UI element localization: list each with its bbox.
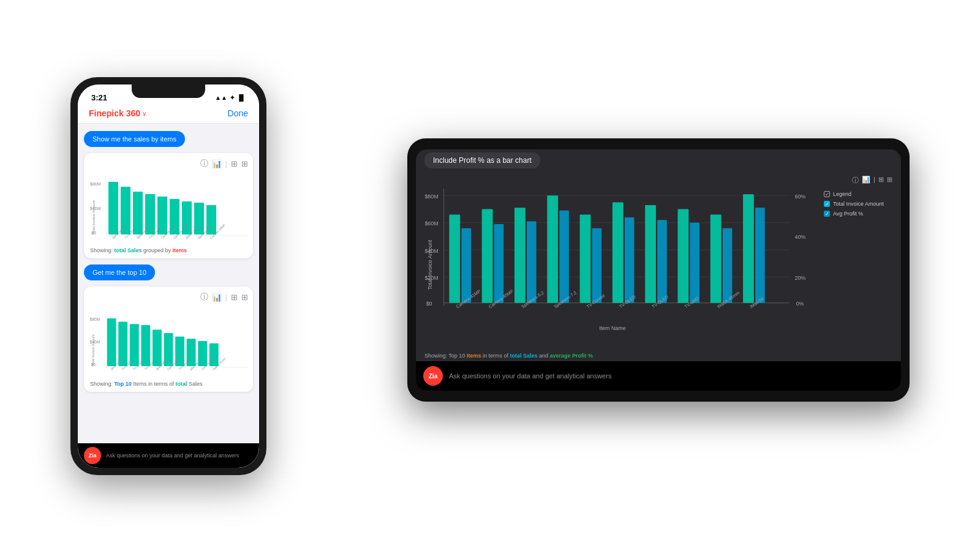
chevron-down-icon: ∨ xyxy=(142,110,146,117)
svg-rect-78 xyxy=(625,217,635,303)
svg-text:20%: 20% xyxy=(794,275,805,281)
table-icon-2[interactable]: ⊞ xyxy=(231,293,238,302)
svg-rect-84 xyxy=(723,228,733,303)
landscape-showing: Showing: Top 10 Items in terms of total … xyxy=(416,350,901,361)
landscape-notch xyxy=(407,246,416,294)
query-bubble-1[interactable]: Show me the sales by items xyxy=(84,131,185,147)
svg-rect-79 xyxy=(645,205,656,303)
svg-rect-71 xyxy=(514,208,526,302)
svg-rect-4 xyxy=(108,182,118,234)
svg-rect-70 xyxy=(494,224,504,303)
query-bubble-2[interactable]: Get me the top 10 xyxy=(84,264,155,280)
svg-rect-77 xyxy=(612,202,624,302)
landscape-chart-area: $80M $60M $40M $20M $0 60% 40% 20% 0% xyxy=(416,171,901,350)
table-icon[interactable]: ⊞ xyxy=(231,159,238,168)
svg-text:$60M: $60M xyxy=(424,220,438,227)
svg-rect-80 xyxy=(657,220,667,302)
svg-rect-73 xyxy=(547,195,558,302)
chat-area: Show me the sales by items ⓘ 📊 | ⊞ ⊞ $80… xyxy=(78,124,259,443)
svg-rect-76 xyxy=(592,228,602,303)
app-header: Finepick 360 ∨ Done xyxy=(78,105,259,124)
chart-card-2: ⓘ 📊 | ⊞ ⊞ $80M $40M $0 xyxy=(84,287,253,392)
chart-type-icon[interactable]: 📊 xyxy=(212,159,222,168)
svg-text:$0: $0 xyxy=(426,301,432,307)
svg-rect-68 xyxy=(461,228,471,303)
legend-title-label: Legend xyxy=(833,191,851,197)
landscape-chart-legend: ⓘ 📊 | ⊞ ⊞ ✓ Legend ✓ Total Invoice Amoun… xyxy=(821,171,895,345)
legend-blue-check: ✓ xyxy=(824,211,830,217)
svg-rect-67 xyxy=(449,214,460,302)
table-icon-land[interactable]: ⊞ xyxy=(878,176,884,185)
svg-rect-86 xyxy=(755,208,765,302)
mini-chart-2: $80M $40M $0 xyxy=(89,305,248,378)
status-time: 3:21 xyxy=(91,93,107,102)
svg-text:Total Invoice Amount: Total Invoice Amount xyxy=(427,239,433,290)
chart-toolbar-2: ⓘ 📊 | ⊞ ⊞ xyxy=(89,291,248,302)
app-name-group[interactable]: Finepick 360 ∨ xyxy=(89,108,146,118)
svg-rect-30 xyxy=(130,324,139,366)
legend-item-teal: ✓ Total Invoice Amount xyxy=(824,201,892,207)
svg-text:Item Name: Item Name xyxy=(599,325,625,331)
svg-rect-82 xyxy=(690,223,699,303)
wifi-icon: ✦ xyxy=(230,94,235,101)
chart-showing-2: Showing: Top 10 Items in terms of total … xyxy=(89,381,248,387)
landscape-query-bubble: Include Profit % as a bar chart xyxy=(424,152,540,168)
input-hint: Ask questions on your data and get analy… xyxy=(106,452,253,459)
legend-toolbar: ⓘ 📊 | ⊞ ⊞ xyxy=(824,176,892,185)
legend-blue-label: Avg Profit % xyxy=(833,211,863,217)
svg-rect-85 xyxy=(743,194,754,303)
status-icons: ▲▲ ✦ ▐▌ xyxy=(215,94,246,101)
svg-rect-69 xyxy=(482,209,493,303)
signal-icon: ▲▲ xyxy=(215,94,227,101)
legend-item-blue: ✓ Avg Profit % xyxy=(824,211,892,217)
info-icon-2[interactable]: ⓘ xyxy=(200,291,208,302)
landscape-screen: Include Profit % as a bar chart $80M $60… xyxy=(416,149,901,391)
svg-rect-72 xyxy=(527,222,537,303)
svg-text:$80M: $80M xyxy=(90,317,100,321)
portrait-phone: 3:21 ▲▲ ✦ ▐▌ Finepick 360 ∨ Done Show me… xyxy=(70,77,266,475)
svg-rect-36 xyxy=(198,341,207,366)
grid-icon[interactable]: ⊞ xyxy=(241,159,248,168)
done-button[interactable]: Done xyxy=(228,108,248,118)
landscape-phone: Include Profit % as a bar chart $80M $60… xyxy=(407,138,910,402)
chart-showing-1: Showing: total Sales grouped by Items xyxy=(89,247,248,253)
svg-rect-6 xyxy=(133,192,143,234)
svg-text:$80M: $80M xyxy=(424,193,438,200)
mini-chart-1: $80M $40M $0 xyxy=(89,171,248,245)
info-icon-land[interactable]: ⓘ xyxy=(852,176,859,185)
legend-teal-check: ✓ xyxy=(824,201,830,207)
svg-text:40%: 40% xyxy=(794,234,805,240)
phone-bottom-bar: Zia Ask questions on your data and get a… xyxy=(78,443,259,468)
grid-icon-land[interactable]: ⊞ xyxy=(887,176,892,185)
info-icon[interactable]: ⓘ xyxy=(200,158,208,169)
svg-rect-28 xyxy=(107,318,116,366)
landscape-bottom-bar: Zia Ask questions on your data and get a… xyxy=(416,361,901,391)
zia-button[interactable]: Zia xyxy=(84,447,101,464)
landscape-chart-main: $80M $60M $40M $20M $0 60% 40% 20% 0% xyxy=(422,171,816,345)
svg-text:Total Invoice Amount: Total Invoice Amount xyxy=(92,200,96,234)
chart-icon-land[interactable]: 📊 xyxy=(862,176,870,185)
phone-notch xyxy=(132,84,205,98)
landscape-zia-button[interactable]: Zia xyxy=(423,366,443,386)
landscape-input-hint: Ask questions on your data and get analy… xyxy=(449,372,611,380)
chart-toolbar-1: ⓘ 📊 | ⊞ ⊞ xyxy=(89,158,248,169)
svg-text:60%: 60% xyxy=(794,193,805,200)
svg-rect-83 xyxy=(710,214,722,302)
svg-rect-81 xyxy=(677,209,688,303)
svg-rect-32 xyxy=(153,330,162,366)
phone-screen: 3:21 ▲▲ ✦ ▐▌ Finepick 360 ∨ Done Show me… xyxy=(78,84,259,468)
legend-title-check: ✓ xyxy=(824,191,830,197)
svg-rect-31 xyxy=(141,325,150,366)
svg-text:Total Invoice Amount: Total Invoice Amount xyxy=(91,334,95,366)
svg-text:0%: 0% xyxy=(796,301,804,307)
battery-icon: ▐▌ xyxy=(237,94,246,101)
landscape-query-bar: Include Profit % as a bar chart xyxy=(416,149,901,171)
grid-icon-2[interactable]: ⊞ xyxy=(241,293,248,302)
app-name: Finepick 360 xyxy=(89,108,140,118)
svg-rect-75 xyxy=(580,214,591,302)
svg-text:$80M: $80M xyxy=(90,182,101,186)
legend-teal-label: Total Invoice Amount xyxy=(833,201,884,207)
chart-type-icon-2[interactable]: 📊 xyxy=(212,293,222,302)
chart-card-1: ⓘ 📊 | ⊞ ⊞ $80M $40M $0 xyxy=(84,153,253,258)
svg-rect-74 xyxy=(559,211,569,303)
